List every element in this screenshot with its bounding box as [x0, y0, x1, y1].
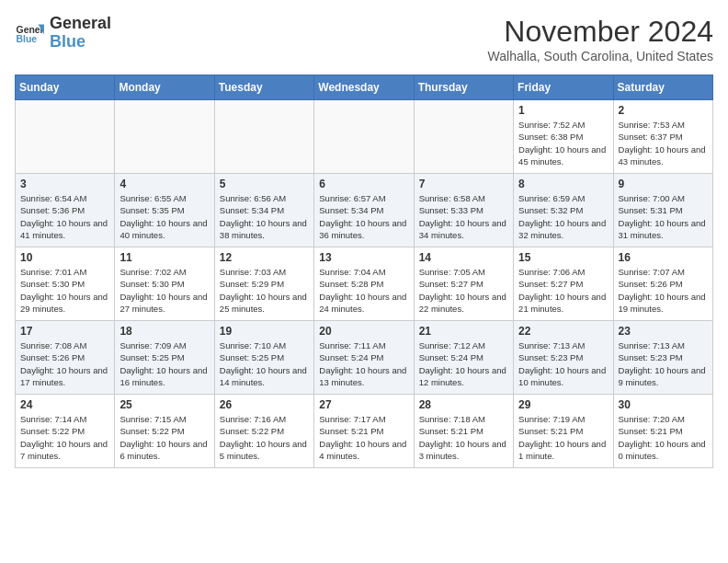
- logo-icon: General Blue: [15, 18, 44, 48]
- day-info: Sunrise: 7:20 AM Sunset: 5:21 PM Dayligh…: [619, 413, 708, 462]
- day-number: 23: [619, 325, 708, 338]
- calendar-cell: 24Sunrise: 7:14 AM Sunset: 5:22 PM Dayli…: [16, 395, 115, 468]
- day-number: 7: [419, 178, 508, 190]
- weekday-header-row: SundayMondayTuesdayWednesdayThursdayFrid…: [16, 75, 713, 100]
- day-info: Sunrise: 7:08 AM Sunset: 5:26 PM Dayligh…: [20, 339, 109, 388]
- calendar-cell: 25Sunrise: 7:15 AM Sunset: 5:22 PM Dayli…: [115, 395, 214, 468]
- weekday-header: Friday: [514, 75, 613, 100]
- day-number: 16: [619, 251, 708, 264]
- weekday-header: Thursday: [414, 75, 513, 100]
- calendar-week-row: 3Sunrise: 6:54 AM Sunset: 5:36 PM Daylig…: [16, 174, 713, 247]
- calendar-cell: 16Sunrise: 7:07 AM Sunset: 5:26 PM Dayli…: [613, 247, 712, 321]
- calendar-table: SundayMondayTuesdayWednesdayThursdayFrid…: [15, 75, 713, 468]
- day-number: 29: [518, 398, 608, 411]
- day-info: Sunrise: 6:56 AM Sunset: 5:34 PM Dayligh…: [220, 192, 309, 241]
- day-number: 17: [20, 325, 109, 338]
- day-number: 15: [518, 251, 608, 264]
- logo-line2: Blue: [50, 33, 111, 52]
- day-number: 22: [518, 325, 608, 338]
- calendar-cell: 2Sunrise: 7:53 AM Sunset: 6:37 PM Daylig…: [613, 100, 712, 174]
- day-info: Sunrise: 7:53 AM Sunset: 6:37 PM Dayligh…: [619, 119, 708, 167]
- logo-line1: General: [50, 15, 111, 33]
- day-number: 8: [518, 178, 608, 190]
- day-number: 13: [319, 251, 408, 264]
- day-number: 2: [619, 104, 708, 117]
- calendar-cell: 17Sunrise: 7:08 AM Sunset: 5:26 PM Dayli…: [16, 321, 115, 395]
- day-info: Sunrise: 7:13 AM Sunset: 5:23 PM Dayligh…: [619, 339, 708, 388]
- calendar-cell: [414, 100, 513, 174]
- calendar-week-row: 24Sunrise: 7:14 AM Sunset: 5:22 PM Dayli…: [16, 395, 713, 468]
- day-number: 18: [119, 325, 209, 338]
- calendar-cell: 3Sunrise: 6:54 AM Sunset: 5:36 PM Daylig…: [16, 174, 115, 247]
- calendar-cell: 7Sunrise: 6:58 AM Sunset: 5:33 PM Daylig…: [414, 174, 513, 247]
- calendar-cell: 30Sunrise: 7:20 AM Sunset: 5:21 PM Dayli…: [613, 395, 712, 468]
- weekday-header: Wednesday: [314, 75, 414, 100]
- calendar-cell: 20Sunrise: 7:11 AM Sunset: 5:24 PM Dayli…: [314, 321, 414, 395]
- weekday-header: Monday: [115, 75, 214, 100]
- weekday-header: Saturday: [613, 75, 712, 100]
- day-number: 19: [220, 325, 309, 338]
- calendar-cell: 21Sunrise: 7:12 AM Sunset: 5:24 PM Dayli…: [414, 321, 513, 395]
- weekday-header: Sunday: [16, 75, 115, 100]
- calendar-cell: [214, 100, 313, 174]
- calendar-cell: 22Sunrise: 7:13 AM Sunset: 5:23 PM Dayli…: [514, 321, 613, 395]
- day-info: Sunrise: 7:16 AM Sunset: 5:22 PM Dayligh…: [220, 413, 309, 462]
- calendar-cell: [314, 100, 414, 174]
- day-number: 1: [518, 104, 608, 117]
- calendar-cell: 6Sunrise: 6:57 AM Sunset: 5:34 PM Daylig…: [314, 174, 414, 247]
- calendar-week-row: 17Sunrise: 7:08 AM Sunset: 5:26 PM Dayli…: [16, 321, 713, 395]
- day-info: Sunrise: 7:07 AM Sunset: 5:26 PM Dayligh…: [619, 266, 708, 315]
- calendar-cell: 4Sunrise: 6:55 AM Sunset: 5:35 PM Daylig…: [115, 174, 214, 247]
- day-number: 14: [419, 251, 508, 264]
- day-number: 4: [119, 178, 209, 190]
- calendar-cell: 15Sunrise: 7:06 AM Sunset: 5:27 PM Dayli…: [514, 247, 613, 321]
- calendar-cell: 19Sunrise: 7:10 AM Sunset: 5:25 PM Dayli…: [214, 321, 313, 395]
- day-number: 9: [619, 178, 708, 190]
- day-number: 3: [20, 178, 109, 190]
- calendar-cell: 8Sunrise: 6:59 AM Sunset: 5:32 PM Daylig…: [514, 174, 613, 247]
- day-info: Sunrise: 6:55 AM Sunset: 5:35 PM Dayligh…: [119, 192, 209, 241]
- day-info: Sunrise: 7:00 AM Sunset: 5:31 PM Dayligh…: [619, 192, 708, 241]
- day-info: Sunrise: 7:04 AM Sunset: 5:28 PM Dayligh…: [319, 266, 408, 315]
- day-info: Sunrise: 7:52 AM Sunset: 6:38 PM Dayligh…: [518, 119, 608, 167]
- logo-text: General Blue: [50, 15, 111, 52]
- day-info: Sunrise: 7:12 AM Sunset: 5:24 PM Dayligh…: [419, 339, 508, 388]
- calendar-cell: 10Sunrise: 7:01 AM Sunset: 5:30 PM Dayli…: [16, 247, 115, 321]
- calendar-cell: 11Sunrise: 7:02 AM Sunset: 5:30 PM Dayli…: [115, 247, 214, 321]
- day-info: Sunrise: 7:05 AM Sunset: 5:27 PM Dayligh…: [419, 266, 508, 315]
- day-info: Sunrise: 6:54 AM Sunset: 5:36 PM Dayligh…: [20, 192, 109, 241]
- day-info: Sunrise: 7:14 AM Sunset: 5:22 PM Dayligh…: [20, 413, 109, 462]
- calendar-cell: 18Sunrise: 7:09 AM Sunset: 5:25 PM Dayli…: [115, 321, 214, 395]
- day-info: Sunrise: 7:01 AM Sunset: 5:30 PM Dayligh…: [20, 266, 109, 315]
- day-number: 30: [619, 398, 708, 411]
- day-info: Sunrise: 7:10 AM Sunset: 5:25 PM Dayligh…: [220, 339, 309, 388]
- day-info: Sunrise: 7:09 AM Sunset: 5:25 PM Dayligh…: [119, 339, 209, 388]
- day-number: 27: [319, 398, 408, 411]
- svg-text:Blue: Blue: [17, 34, 38, 44]
- calendar-week-row: 10Sunrise: 7:01 AM Sunset: 5:30 PM Dayli…: [16, 247, 713, 321]
- day-info: Sunrise: 7:17 AM Sunset: 5:21 PM Dayligh…: [319, 413, 408, 462]
- calendar-cell: 29Sunrise: 7:19 AM Sunset: 5:21 PM Dayli…: [514, 395, 613, 468]
- title-block: November 2024 Walhalla, South Carolina, …: [488, 15, 713, 63]
- day-number: 21: [419, 325, 508, 338]
- calendar-cell: [115, 100, 214, 174]
- calendar-cell: 9Sunrise: 7:00 AM Sunset: 5:31 PM Daylig…: [613, 174, 712, 247]
- calendar-cell: 14Sunrise: 7:05 AM Sunset: 5:27 PM Dayli…: [414, 247, 513, 321]
- calendar-cell: 5Sunrise: 6:56 AM Sunset: 5:34 PM Daylig…: [214, 174, 313, 247]
- day-info: Sunrise: 6:57 AM Sunset: 5:34 PM Dayligh…: [319, 192, 408, 241]
- day-number: 25: [119, 398, 209, 411]
- day-number: 28: [419, 398, 508, 411]
- page-header: General Blue General Blue November 2024 …: [15, 15, 713, 63]
- calendar-cell: 1Sunrise: 7:52 AM Sunset: 6:38 PM Daylig…: [514, 100, 613, 174]
- day-info: Sunrise: 7:02 AM Sunset: 5:30 PM Dayligh…: [119, 266, 209, 315]
- day-info: Sunrise: 7:19 AM Sunset: 5:21 PM Dayligh…: [518, 413, 608, 462]
- day-info: Sunrise: 6:58 AM Sunset: 5:33 PM Dayligh…: [419, 192, 508, 241]
- day-info: Sunrise: 7:11 AM Sunset: 5:24 PM Dayligh…: [319, 339, 408, 388]
- calendar-cell: 12Sunrise: 7:03 AM Sunset: 5:29 PM Dayli…: [214, 247, 313, 321]
- calendar-cell: 23Sunrise: 7:13 AM Sunset: 5:23 PM Dayli…: [613, 321, 712, 395]
- calendar-cell: [16, 100, 115, 174]
- day-number: 6: [319, 178, 408, 190]
- day-info: Sunrise: 7:03 AM Sunset: 5:29 PM Dayligh…: [220, 266, 309, 315]
- day-info: Sunrise: 7:15 AM Sunset: 5:22 PM Dayligh…: [119, 413, 209, 462]
- day-number: 24: [20, 398, 109, 411]
